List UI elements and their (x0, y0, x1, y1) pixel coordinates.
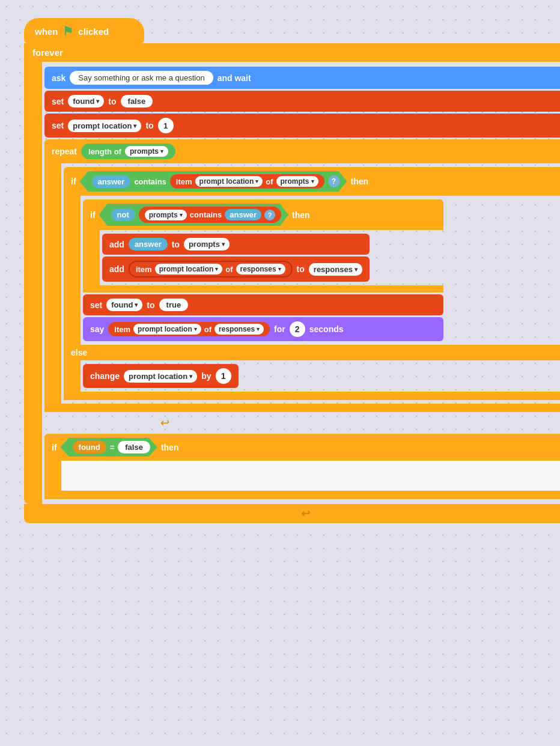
say-label: say (90, 324, 104, 334)
change-label: change (90, 371, 120, 381)
answer-reporter-inner: answer (225, 209, 261, 220)
responses-dropdown-1[interactable]: responses▾ (236, 264, 285, 274)
prompts-dropdown-outer[interactable]: prompts▾ (276, 176, 318, 187)
if-label-found: if (52, 443, 57, 452)
repeat-label: repeat (52, 147, 77, 156)
if-outer-condition: answer contains item prompt location▾ (80, 171, 347, 192)
change-value: 1 (216, 368, 231, 384)
if-found-left-bar (44, 461, 61, 491)
if-found-inner (61, 461, 560, 491)
then-label-found: then (161, 443, 179, 452)
then-label-inner: then (292, 210, 310, 220)
prompt-location-dropdown-1[interactable]: prompt location▾ (68, 120, 141, 132)
found-reporter: found (73, 441, 106, 453)
else-left-bar (64, 360, 81, 392)
prompt-location-dropdown-5[interactable]: prompt location▾ (124, 370, 197, 383)
repeat-footer (44, 404, 560, 412)
loop-arrow: ↩ (44, 414, 285, 432)
if-inner-inner: add answer to prompts▾ (100, 230, 372, 285)
ask-block[interactable]: ask Say something or ask me a question a… (44, 67, 560, 89)
to-label-5: to (147, 300, 154, 310)
answer-reporter-2: answer (129, 238, 168, 250)
flag-icon: ⚑ (62, 24, 73, 38)
qmark-inner: ? (264, 210, 275, 220)
add-label-2: add (109, 264, 124, 274)
forever-left-bar (24, 62, 42, 504)
prompts-dropdown-inner[interactable]: prompts▾ (145, 210, 187, 220)
if-found-body (44, 461, 560, 491)
if-found-block: if found = false then (44, 434, 560, 499)
add-answer-block[interactable]: add answer to prompts▾ (102, 234, 370, 255)
set-found-block[interactable]: set found▾ to false (44, 91, 560, 112)
repeat-left-bar (44, 163, 61, 404)
if-found-footer (44, 491, 560, 499)
set-prompt-location-block[interactable]: set prompt location▾ to 1 (44, 114, 560, 138)
set-label-3: set (90, 300, 102, 310)
found-dropdown-2[interactable]: found▾ (106, 299, 142, 311)
if-outer-block: if answer contains it (64, 167, 560, 400)
contains-label-outer: contains (134, 177, 166, 186)
forever-body: ask Say something or ask me a question a… (24, 62, 560, 504)
prompts-dropdown-repeat[interactable]: prompts▾ (125, 146, 168, 157)
responses-dropdown-2[interactable]: responses▾ (309, 263, 362, 276)
repeat-block: repeat length of prompts▾ (44, 139, 560, 412)
when-label: when (35, 26, 58, 37)
if-inner-block: if not (83, 199, 443, 293)
if-inner-left-bar (83, 230, 100, 285)
by-label: by (201, 371, 211, 381)
and-wait-label: and wait (218, 73, 251, 83)
false-value: false (121, 95, 153, 108)
prompt-location-dropdown-4[interactable]: prompt location▾ (133, 324, 201, 335)
forever-label: forever (32, 47, 63, 58)
seconds-label: seconds (309, 324, 344, 334)
forever-header: forever (24, 43, 560, 62)
say-block[interactable]: say item prompt location▾ of (83, 317, 443, 341)
ask-question-input[interactable]: Say something or ask me a question (70, 71, 213, 85)
forever-loop-arrow: ↩ (301, 507, 310, 520)
qmark-outer: ? (328, 175, 340, 187)
item-reporter-inner: item prompt location▾ of (129, 261, 293, 277)
if-outer-left-bar (64, 196, 81, 345)
true-value: true (159, 299, 189, 311)
found-dropdown[interactable]: found▾ (68, 95, 104, 108)
if-found-header[interactable]: if found = false then (44, 434, 560, 461)
prompts-contains-answer-reporter: prompts▾ contains answer ? (139, 207, 281, 223)
prompt-location-dropdown-3[interactable]: prompt location▾ (155, 264, 223, 274)
if-inner-footer (83, 285, 443, 293)
if-inner-body: add answer to prompts▾ (83, 230, 443, 285)
if-inner-condition: not prompts▾ conta (99, 204, 289, 226)
seconds-value: 2 (290, 321, 305, 337)
forever-block: forever ask Say something or ask me a qu… (24, 43, 560, 523)
to-label-2: to (145, 121, 153, 130)
set-found-true-block[interactable]: set found▾ to true (83, 294, 443, 315)
false-value-2: false (118, 441, 150, 453)
forever-footer: ↩ (24, 504, 560, 523)
item-reporter-outer: item prompt location▾ of prompts▾ (170, 174, 324, 189)
when-flag-clicked-block[interactable]: when ⚑ clicked (24, 18, 144, 43)
repeat-header[interactable]: repeat length of prompts▾ (44, 139, 560, 163)
prompt-location-dropdown-2[interactable]: prompt location▾ (195, 176, 263, 187)
ask-label: ask (52, 73, 65, 83)
clicked-label: clicked (78, 26, 109, 37)
if-inner-header[interactable]: if not (83, 199, 443, 230)
set-label: set (52, 97, 64, 106)
change-block[interactable]: change prompt location▾ by 1 (83, 364, 239, 388)
add-label-1: add (109, 240, 124, 249)
for-label: for (274, 324, 285, 334)
to-label-1: to (108, 97, 116, 106)
to-label-4: to (297, 264, 305, 274)
prompts-dropdown-add[interactable]: prompts▾ (184, 238, 230, 250)
if-label-inner: if (90, 210, 96, 220)
say-item-reporter: item prompt location▾ of responses▾ (108, 322, 270, 336)
if-outer-header[interactable]: if answer contains it (64, 167, 560, 196)
eq-label: = (110, 443, 115, 452)
length-of-reporter: length of prompts▾ (81, 144, 175, 159)
responses-dropdown-3[interactable]: responses▾ (215, 324, 264, 335)
to-label-3: to (172, 240, 180, 249)
scratch-workspace: when ⚑ clicked forever ask Say something… (0, 0, 560, 746)
else-label: else (64, 345, 560, 360)
repeat-body: if answer contains it (44, 163, 560, 404)
value-1: 1 (158, 118, 174, 133)
else-body: change prompt location▾ by 1 (64, 360, 560, 392)
add-item-block[interactable]: add item prompt location▾ (102, 256, 370, 282)
